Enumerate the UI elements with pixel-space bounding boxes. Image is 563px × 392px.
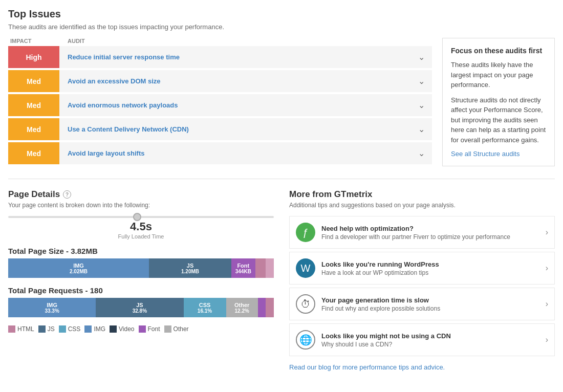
audit-row[interactable]: Med Avoid an excessive DOM size ⌄ bbox=[8, 70, 432, 92]
help-icon[interactable]: ? bbox=[63, 190, 71, 199]
total-size-title: Total Page Size - 3.82MB bbox=[8, 247, 274, 255]
requests-bar: IMG33.3%JS32.8%CSS16.1%Other12.2% bbox=[8, 298, 274, 317]
tip-title: Need help with optimization? bbox=[321, 225, 539, 232]
size-bar-segment bbox=[255, 258, 266, 278]
audit-label[interactable]: Reduce initial server response time bbox=[59, 46, 411, 68]
focus-box: Focus on these audits first These audits… bbox=[442, 38, 555, 166]
legend-item: Font bbox=[139, 325, 160, 333]
time-label: Fully Loaded Time bbox=[8, 233, 274, 239]
requests-title: Total Page Requests - 180 bbox=[8, 286, 274, 295]
chevron-down-icon[interactable]: ⌄ bbox=[411, 94, 432, 116]
time-slider[interactable] bbox=[8, 216, 274, 218]
chevron-down-icon[interactable]: ⌄ bbox=[411, 142, 432, 164]
legend-label: IMG bbox=[94, 325, 105, 333]
tip-row[interactable]: 🌐 Looks like you might not be using a CD… bbox=[289, 323, 555, 356]
audit-row[interactable]: Med Avoid large layout shifts ⌄ bbox=[8, 142, 432, 164]
legend-label: Font bbox=[148, 325, 160, 333]
page-title: Top Issues bbox=[8, 8, 555, 20]
chevron-right-icon: › bbox=[546, 264, 548, 273]
tip-icon: ƒ bbox=[296, 223, 315, 242]
audit-badge: High bbox=[8, 46, 59, 68]
tip-title: Looks like you're running WordPress bbox=[321, 260, 539, 268]
chevron-right-icon: › bbox=[546, 299, 548, 309]
legend-label: Video bbox=[119, 325, 134, 333]
size-bar-segment bbox=[266, 258, 274, 278]
audit-row[interactable]: Med Use a Content Delivery Network (CDN)… bbox=[8, 118, 432, 140]
tip-icon: W bbox=[296, 258, 315, 278]
tip-icon: 🌐 bbox=[296, 330, 315, 350]
blog-link[interactable]: Read our blog for more performance tips … bbox=[289, 363, 445, 371]
page-subtitle: These audits are identified as the top i… bbox=[8, 23, 555, 31]
page-details-title: Page Details bbox=[8, 189, 60, 200]
tip-text: Looks like you're running WordPress Have… bbox=[321, 260, 539, 276]
tip-desc: Why should I use a CDN? bbox=[321, 341, 539, 348]
focus-box-para2: Structure audits do not directly affect … bbox=[451, 95, 546, 145]
chevron-right-icon: › bbox=[546, 335, 548, 344]
more-from-section: More from GTmetrix Additional tips and s… bbox=[289, 189, 555, 371]
audit-badge: Med bbox=[8, 70, 59, 92]
req-bar-segment bbox=[266, 298, 274, 317]
legend-label: JS bbox=[48, 325, 55, 333]
req-bar-segment: Other12.2% bbox=[226, 298, 258, 317]
tip-row[interactable]: W Looks like you're running WordPress Ha… bbox=[289, 252, 555, 285]
tip-text: Your page generation time is slow Find o… bbox=[321, 296, 539, 312]
audits-table: IMPACT AUDIT High Reduce initial server … bbox=[8, 38, 432, 166]
tip-text: Need help with optimization? Find a deve… bbox=[321, 225, 539, 241]
req-bar-segment bbox=[258, 298, 266, 317]
size-bar-segment: Font344KB bbox=[231, 258, 255, 278]
legend-item: Video bbox=[110, 325, 134, 333]
legend-label: CSS bbox=[68, 325, 81, 333]
focus-box-title: Focus on these audits first bbox=[451, 47, 546, 55]
size-bar: IMG2.02MBJS1.20MBFont344KB bbox=[8, 258, 274, 278]
tip-title: Your page generation time is slow bbox=[321, 296, 539, 304]
legend-item: CSS bbox=[59, 325, 81, 333]
req-bar-segment: JS32.8% bbox=[96, 298, 183, 317]
tip-title: Looks like you might not be using a CDN bbox=[321, 332, 539, 340]
audit-row[interactable]: Med Avoid enormous network payloads ⌄ bbox=[8, 94, 432, 116]
req-bar-segment: IMG33.3% bbox=[8, 298, 96, 317]
audit-badge: Med bbox=[8, 94, 59, 116]
legend-item: IMG bbox=[84, 325, 105, 333]
section-divider bbox=[8, 179, 555, 179]
audit-row[interactable]: High Reduce initial server response time… bbox=[8, 46, 432, 68]
time-value: 4.5s bbox=[8, 220, 274, 233]
audit-label[interactable]: Avoid enormous network payloads bbox=[59, 94, 411, 116]
legend-item: HTML bbox=[8, 325, 34, 333]
focus-box-para1: These audits likely have the largest imp… bbox=[451, 60, 546, 90]
audit-label[interactable]: Use a Content Delivery Network (CDN) bbox=[59, 118, 411, 140]
chevron-down-icon[interactable]: ⌄ bbox=[411, 46, 432, 68]
size-bar-segment: IMG2.02MB bbox=[8, 258, 149, 278]
see-all-audits-link[interactable]: See all Structure audits bbox=[451, 150, 519, 158]
legend-label: HTML bbox=[17, 325, 34, 333]
size-bar-segment: JS1.20MB bbox=[149, 258, 231, 278]
col-audit-header: AUDIT bbox=[59, 38, 85, 44]
chevron-right-icon: › bbox=[546, 228, 548, 237]
tip-icon: ⏱ bbox=[296, 294, 315, 314]
more-from-title: More from GTmetrix bbox=[289, 189, 372, 200]
more-from-subtitle: Additional tips and suggestions based on… bbox=[289, 202, 555, 209]
legend-item: Other bbox=[164, 325, 189, 333]
tip-desc: Find a developer with our partner Fiverr… bbox=[321, 233, 539, 241]
audit-label[interactable]: Avoid large layout shifts bbox=[59, 142, 411, 164]
legend: HTMLJSCSSIMGVideoFontOther bbox=[8, 325, 274, 333]
chevron-down-icon[interactable]: ⌄ bbox=[411, 118, 432, 140]
page-details-section: Page Details ? Your page content is brok… bbox=[8, 189, 274, 371]
chevron-down-icon[interactable]: ⌄ bbox=[411, 70, 432, 92]
req-bar-segment: CSS16.1% bbox=[184, 298, 226, 317]
audit-badge: Med bbox=[8, 142, 59, 164]
audit-label[interactable]: Avoid an excessive DOM size bbox=[59, 70, 411, 92]
legend-label: Other bbox=[174, 325, 189, 333]
tip-text: Looks like you might not be using a CDN … bbox=[321, 332, 539, 348]
tip-desc: Have a look at our WP optimization tips bbox=[321, 269, 539, 276]
legend-item: JS bbox=[38, 325, 55, 333]
page-details-subtitle: Your page content is broken down into th… bbox=[8, 202, 274, 209]
tip-row[interactable]: ƒ Need help with optimization? Find a de… bbox=[289, 216, 555, 249]
tip-desc: Find out why and explore possible soluti… bbox=[321, 305, 539, 312]
col-impact-header: IMPACT bbox=[8, 38, 59, 44]
audit-badge: Med bbox=[8, 118, 59, 140]
tip-row[interactable]: ⏱ Your page generation time is slow Find… bbox=[289, 288, 555, 320]
